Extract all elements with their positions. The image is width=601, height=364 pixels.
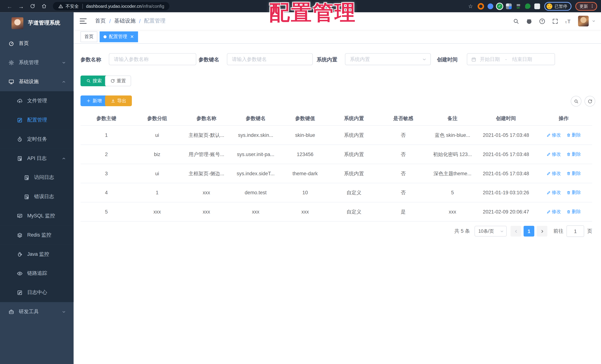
- menu-icon: [17, 98, 22, 104]
- sidebar-item[interactable]: Redis 监控: [0, 225, 74, 245]
- reset-button[interactable]: 重置: [105, 76, 131, 86]
- close-icon[interactable]: [130, 35, 134, 39]
- col-header: 参数主键: [80, 111, 132, 126]
- sidebar-item[interactable]: 访问日志: [0, 168, 74, 187]
- cell-create-time: 2021-01-05 17:03:48: [477, 126, 535, 145]
- current-page[interactable]: 1: [524, 226, 534, 237]
- pencil-icon: [546, 191, 551, 195]
- sidebar-item[interactable]: 错误日志: [0, 187, 74, 206]
- sidebar-collapse-icon[interactable]: [80, 19, 87, 24]
- menu-label: MySQL 监控: [27, 212, 55, 219]
- bookmark-star-icon[interactable]: ☆: [468, 3, 473, 9]
- toggle-search-button[interactable]: [571, 96, 581, 107]
- extension-icon-grid[interactable]: [506, 3, 512, 10]
- add-button[interactable]: 新增: [80, 95, 107, 106]
- cell-id: 5: [80, 202, 132, 222]
- param-key-label: 参数键名: [199, 53, 219, 66]
- col-header: 创建时间: [477, 111, 535, 126]
- sidebar-item[interactable]: API 日志: [0, 149, 74, 168]
- delete-link[interactable]: 删除: [566, 209, 581, 215]
- app-logo-row[interactable]: 芋道管理系统: [0, 12, 74, 34]
- sidebar-item[interactable]: 定时任务: [0, 130, 74, 149]
- cell-create-time: 2021-02-09 20:06:47: [477, 202, 535, 222]
- next-page-button[interactable]: [537, 226, 547, 237]
- sidebar-item[interactable]: 链路追踪: [0, 264, 74, 283]
- menu-icon: [24, 194, 30, 200]
- user-avatar[interactable]: [578, 16, 589, 26]
- delete-link[interactable]: 删除: [566, 151, 581, 158]
- date-start: 开始日期: [480, 56, 500, 63]
- sidebar-item[interactable]: 基础设施: [0, 72, 74, 91]
- delete-link[interactable]: 删除: [566, 170, 581, 177]
- param-key-input[interactable]: [227, 54, 312, 65]
- sidebar-item[interactable]: 日志中心: [0, 283, 74, 302]
- param-name-input[interactable]: [109, 54, 196, 65]
- search-icon[interactable]: [513, 18, 519, 24]
- builtin-select[interactable]: 系统内置: [345, 53, 431, 65]
- not-secure-icon: [58, 4, 63, 9]
- extension-icon-check[interactable]: ✓: [497, 3, 502, 9]
- goto-page-input[interactable]: [566, 225, 584, 237]
- extension-icon-cn[interactable]: cn: [515, 3, 521, 9]
- col-header: 参数键名: [231, 111, 281, 126]
- forward-icon[interactable]: →: [17, 2, 25, 10]
- help-icon[interactable]: ?: [539, 18, 545, 24]
- export-button[interactable]: 导出: [105, 95, 132, 106]
- svg-text:T: T: [567, 18, 571, 24]
- sidebar-item[interactable]: 系统管理: [0, 53, 74, 72]
- extension-icon-orange[interactable]: [478, 3, 484, 10]
- menu-label: 访问日志: [34, 174, 54, 181]
- breadcrumb-home[interactable]: 首页: [95, 18, 106, 24]
- table-row: 1 ui 主框架页-默认... sys.index.skin... skin-b…: [80, 126, 592, 145]
- url-domain: dashboard.yudao.iocoder.cn: [86, 4, 141, 9]
- delete-link[interactable]: 删除: [566, 132, 581, 138]
- sidebar-item[interactable]: Java 监控: [0, 244, 74, 264]
- edit-link[interactable]: 修改: [546, 151, 561, 158]
- sidebar-item[interactable]: MySQL 监控: [0, 206, 74, 225]
- profile-paused-badge[interactable]: 已暂停: [544, 2, 571, 10]
- cell-actions: 修改 删除: [535, 126, 592, 145]
- sidebar-item[interactable]: 配置管理: [0, 111, 74, 130]
- search-button[interactable]: 搜索: [80, 76, 107, 86]
- github-icon[interactable]: [526, 18, 532, 24]
- kebab-menu-icon[interactable]: [590, 4, 595, 9]
- pencil-icon: [546, 133, 551, 137]
- update-chrome-button[interactable]: 更新: [575, 2, 597, 10]
- trash-icon: [566, 210, 571, 214]
- reload-icon[interactable]: [29, 2, 37, 10]
- extension-icon-pin[interactable]: [487, 3, 493, 10]
- home-icon[interactable]: [40, 2, 48, 10]
- edit-link[interactable]: 修改: [546, 170, 561, 177]
- breadcrumb-infra[interactable]: 基础设施: [114, 18, 136, 24]
- back-icon[interactable]: ←: [5, 2, 14, 10]
- cell-sensitive: 否: [378, 126, 428, 145]
- address-bar[interactable]: 不安全 dashboard.yudao.iocoder.cn/infra/con…: [53, 2, 170, 10]
- sidebar-item[interactable]: 首页: [0, 34, 74, 53]
- tab[interactable]: 首页: [80, 31, 97, 42]
- edit-link[interactable]: 修改: [546, 209, 561, 215]
- prev-page-button[interactable]: [511, 226, 521, 237]
- tab[interactable]: 配置管理: [100, 31, 138, 42]
- search-icon: [574, 99, 579, 104]
- cell-name: 主框架页-默认...: [182, 126, 231, 145]
- page-size-select[interactable]: 10条/页: [474, 226, 507, 237]
- sidebar-item[interactable]: 文件管理: [0, 91, 74, 111]
- cell-builtin: 自定义: [330, 202, 378, 222]
- date-range-picker[interactable]: 开始日期 - 结束日期: [467, 53, 555, 65]
- refresh-table-button[interactable]: [585, 96, 595, 107]
- menu-icon: [17, 251, 22, 257]
- cell-name: xxx: [182, 183, 231, 202]
- delete-link[interactable]: 删除: [566, 189, 581, 196]
- cell-builtin: 自定义: [330, 183, 378, 202]
- cell-key: sys.index.sideT...: [231, 164, 281, 183]
- font-size-icon[interactable]: tT: [565, 18, 571, 24]
- menu-label: 日志中心: [27, 289, 47, 296]
- chevron-down-icon[interactable]: [592, 19, 596, 23]
- sidebar-item[interactable]: 研发工具: [0, 302, 74, 321]
- edit-link[interactable]: 修改: [546, 189, 561, 196]
- extension-icon-sprout[interactable]: [524, 3, 531, 10]
- col-header: 参数分组: [132, 111, 182, 126]
- edit-link[interactable]: 修改: [546, 132, 561, 138]
- fullscreen-icon[interactable]: [552, 18, 558, 24]
- extensions-puzzle-icon[interactable]: [534, 3, 541, 10]
